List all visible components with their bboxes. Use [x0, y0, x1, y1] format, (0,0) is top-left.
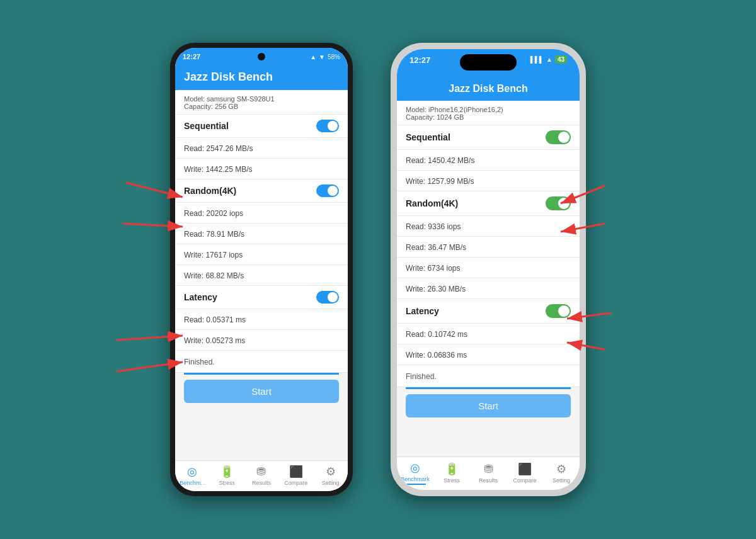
android-rand-read-iops: Read: 20202 iops — [184, 209, 243, 218]
android-nav-setting-label: Setting — [322, 480, 340, 486]
android-nav-setting[interactable]: ⚙ Setting — [313, 465, 348, 486]
iphone-seq-read-row: Read: 1450.42 MB/s — [397, 150, 580, 171]
android-device-info: Model: samsung SM-S928U1 Capacity: 256 G… — [175, 90, 348, 115]
android-rand-read-mb: Read: 78.91 MB/s — [184, 230, 244, 239]
iphone-stress-icon: 🔋 — [445, 462, 459, 476]
benchmark-icon: ◎ — [187, 465, 197, 479]
android-latency-label: Latency — [184, 292, 217, 302]
iphone-lat-read-row: Read: 0.10742 ms — [397, 324, 580, 344]
iphone-lat-read: Read: 0.10742 ms — [406, 330, 467, 339]
iphone-bottom-nav: ◎ Benchmark 🔋 Stress ⛃ Results ⬛ Compare… — [397, 457, 580, 490]
arrows-overlay — [0, 0, 756, 539]
iphone-progress-fill — [406, 387, 571, 389]
iphone-status-bar: 12:27 ▌▌▌ ▲ 43 — [397, 49, 580, 81]
android-app-header: Jazz Disk Bench — [175, 65, 348, 90]
android-finished-row: Finished. — [175, 351, 348, 373]
iphone-content: Model: iPhone16,2(iPhone16,2) Capacity: … — [397, 101, 580, 457]
iphone-nav-compare-label: Compare — [513, 477, 536, 484]
android-sequential-toggle[interactable] — [316, 120, 339, 132]
iphone-setting-icon: ⚙ — [556, 462, 566, 476]
android-start-button[interactable]: Start — [184, 380, 339, 403]
dynamic-island — [460, 54, 517, 71]
iphone-nav-setting-label: Setting — [553, 477, 570, 484]
android-nav-compare[interactable]: ⬛ Compare — [278, 465, 313, 486]
android-lat-write: Write: 0.05273 ms — [184, 336, 245, 345]
results-icon: ⛃ — [256, 465, 266, 479]
android-app-title: Jazz Disk Bench — [184, 71, 273, 83]
android-status-icons: ▲ ▼ 58% — [310, 54, 340, 60]
android-nav-results-label: Results — [252, 480, 271, 486]
iphone-model: Model: iPhone16,2(iPhone16,2) — [406, 106, 571, 113]
iphone-nav-setting[interactable]: ⚙ Setting — [543, 462, 580, 484]
iphone-compare-icon: ⬛ — [518, 462, 532, 476]
iphone-nav-underline — [404, 484, 427, 485]
android-rand-write-mb-row: Write: 68.82 MB/s — [175, 265, 348, 286]
android-rand-read-iops-row: Read: 20202 iops — [175, 203, 348, 224]
android-capacity: Capacity: 256 GB — [184, 103, 339, 110]
iphone-lat-write-row: Write: 0.06836 ms — [397, 344, 580, 365]
android-nav-stress-label: Stress — [219, 480, 235, 486]
iphone-random4k-label: Random(4K) — [406, 198, 458, 208]
iphone-rand-read-iops-row: Read: 9336 iops — [397, 216, 580, 237]
iphone-rand-write-mb: Write: 26.30 MB/s — [406, 285, 466, 293]
android-nav-stress[interactable]: 🔋 Stress — [210, 465, 244, 486]
android-phone: 12:27 ▲ ▼ 58% Jazz Disk Bench Model: sam… — [170, 43, 353, 496]
iphone-rand-write-iops: Write: 6734 iops — [406, 264, 461, 273]
android-nav-benchmark-label: Benchm... — [180, 480, 205, 486]
iphone-nav-stress-label: Stress — [444, 477, 460, 484]
android-camera-cutout — [258, 53, 265, 60]
iphone-finished-row: Finished. — [397, 365, 580, 387]
android-sequential-header: Sequential — [175, 115, 348, 138]
android-time: 12:27 — [183, 53, 200, 60]
setting-icon: ⚙ — [326, 465, 336, 479]
android-nav-benchmark[interactable]: ◎ Benchm... — [175, 465, 210, 486]
android-latency-header: Latency — [175, 286, 348, 309]
iphone-start-button[interactable]: Start — [406, 394, 571, 417]
iphone-sequential-label: Sequential — [406, 132, 450, 142]
android-seq-write: Write: 1442.25 MB/s — [184, 165, 253, 174]
iphone-nav-benchmark[interactable]: ◎ Benchmark — [397, 461, 433, 485]
iphone-rand-read-mb: Read: 36.47 MB/s — [406, 243, 466, 252]
android-lat-write-row: Write: 0.05273 ms — [175, 330, 348, 351]
android-rand-write-iops: Write: 17617 iops — [184, 251, 243, 259]
android-lat-read: Read: 0.05371 ms — [184, 315, 246, 324]
android-random4k-header: Random(4K) — [175, 179, 348, 203]
android-bottom-nav: ◎ Benchm... 🔋 Stress ⛃ Results ⬛ Compare… — [175, 460, 348, 491]
iphone-capacity: Capacity: 1024 GB — [406, 113, 571, 121]
android-model: Model: samsung SM-S928U1 — [184, 95, 339, 103]
iphone-device-info: Model: iPhone16,2(iPhone16,2) Capacity: … — [397, 101, 580, 125]
android-latency-toggle[interactable] — [316, 291, 339, 304]
iphone-battery-badge: 43 — [555, 55, 567, 64]
iphone-finished: Finished. — [406, 372, 437, 381]
iphone-sequential-toggle[interactable] — [546, 130, 571, 144]
android-random4k-label: Random(4K) — [184, 186, 236, 196]
android-progress-bar — [184, 373, 339, 375]
iphone-wifi-icon: ▲ — [546, 56, 553, 63]
iphone-seq-write: Write: 1257.99 MB/s — [406, 177, 474, 186]
android-rand-write-mb: Write: 68.82 MB/s — [184, 271, 244, 280]
android-nav-results[interactable]: ⛃ Results — [244, 465, 279, 486]
android-rand-read-mb-row: Read: 78.91 MB/s — [175, 224, 348, 244]
iphone-app-header: Jazz Disk Bench — [397, 81, 580, 101]
android-random4k-toggle[interactable] — [316, 184, 339, 197]
compare-icon: ⬛ — [289, 465, 303, 479]
iphone-rand-write-mb-row: Write: 26.30 MB/s — [397, 278, 580, 299]
iphone-rand-read-iops: Read: 9336 iops — [406, 222, 461, 231]
iphone-seq-read: Read: 1450.42 MB/s — [406, 156, 474, 165]
iphone-latency-label: Latency — [406, 306, 439, 316]
android-battery-icon: 58% — [328, 54, 340, 60]
iphone-app-title: Jazz Disk Bench — [449, 83, 527, 94]
android-nav-compare-label: Compare — [284, 480, 307, 486]
iphone-random4k-toggle[interactable] — [546, 196, 571, 210]
android-seq-read-row: Read: 2547.26 MB/s — [175, 138, 348, 159]
iphone-nav-results[interactable]: ⛃ Results — [470, 462, 507, 484]
iphone-nav-stress[interactable]: 🔋 Stress — [433, 462, 470, 484]
iphone-benchmark-icon: ◎ — [410, 461, 420, 475]
stress-icon: 🔋 — [220, 465, 234, 479]
iphone-sequential-header: Sequential — [397, 125, 580, 150]
iphone-nav-results-label: Results — [479, 477, 498, 484]
android-finished: Finished. — [184, 358, 215, 366]
iphone-nav-compare[interactable]: ⬛ Compare — [507, 462, 543, 484]
iphone-latency-toggle[interactable] — [546, 304, 571, 318]
iphone-time: 12:27 — [410, 55, 430, 65]
